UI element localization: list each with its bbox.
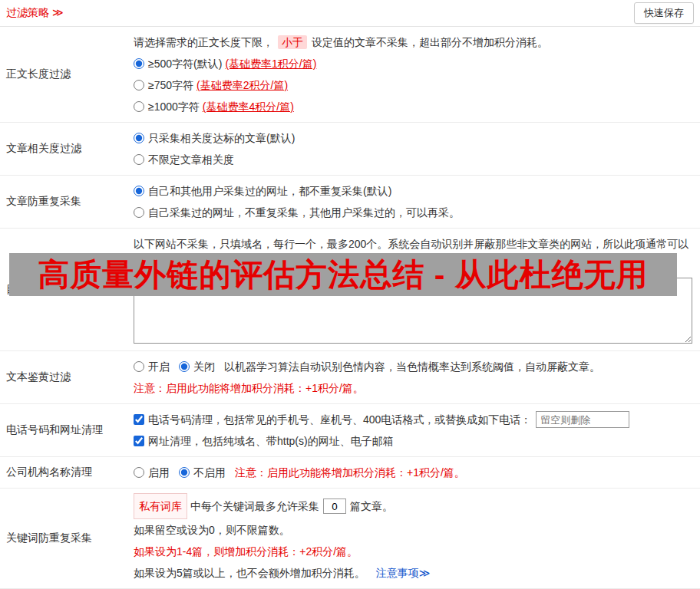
keyword-limit-text-end: 篇文章。: [350, 495, 393, 517]
row-keyword-dedup: 关键词防重复采集 私有词库 中每个关键词最多允许采集 篇文章。 如果留空或设为0…: [0, 489, 700, 589]
option-label: ≥1000字符: [148, 96, 200, 117]
relevance-any-radio[interactable]: [134, 154, 144, 165]
option-label: 不限定文章相关度: [148, 149, 234, 170]
phone-clean-checkbox[interactable]: [134, 414, 144, 425]
row-label-phone-clean: 电话号码和网址清理: [0, 404, 132, 456]
row-phone-url-clean: 电话号码和网址清理 电话号码清理，包括常见的手机号、座机号、400电话格式，或替…: [0, 404, 700, 457]
row-label-dedup: 文章防重复采集: [0, 176, 132, 228]
row-label-relevance: 文章相关度过滤: [0, 123, 132, 175]
keyword-count-input[interactable]: [323, 499, 346, 514]
option-label: 网址清理，包括纯域名、带http(s)的网址、电子邮箱: [148, 430, 394, 452]
company-clean-off-radio[interactable]: [179, 467, 190, 478]
fee-note: (基础费率2积分/篇): [196, 74, 288, 96]
company-clean-on-option[interactable]: 启用: [134, 462, 170, 483]
row-relevance-filter: 文章相关度过滤 只采集相关度达标的文章(默认) 不限定文章相关度: [0, 123, 700, 176]
porn-filter-description: 以机器学习算法自动识别色情内容，当色情概率达到系统阈值，自动屏蔽文章。: [224, 356, 600, 377]
company-clean-on-radio[interactable]: [134, 467, 144, 478]
option-label: 开启: [148, 356, 170, 377]
porn-on-option[interactable]: 开启: [134, 356, 170, 377]
row-label-body-length: 正文长度过滤: [0, 27, 132, 122]
quick-save-button[interactable]: 快速保存: [634, 2, 694, 24]
keyword-rule-zero: 如果留空或设为0，则不限篇数。: [134, 519, 694, 541]
phone-clean-option[interactable]: 电话号码清理，包括常见的手机号、座机号、400电话格式，或替换成如下电话：: [134, 409, 531, 430]
keyword-rule-five-text: 如果设为5篇或以上，也不会额外增加积分消耗。: [134, 567, 365, 579]
less-than-highlight: 小于: [278, 35, 307, 49]
topbar: 过滤策略 ≫ 快速保存: [0, 0, 700, 27]
keyword-rule-cost: 如果设为1-4篇，则增加积分消耗：+2积分/篇。: [134, 541, 694, 562]
row-label-porn-filter: 文本鉴黄过滤: [0, 351, 132, 403]
option-label: 自己采集过的网址，不重复采集，其他用户采集过的，可以再采。: [148, 202, 460, 223]
company-clean-cost-note: 注意：启用此功能将增加积分消耗：+1积分/篇。: [235, 462, 465, 483]
porn-filter-cost-note: 注意：启用此功能将增加积分消耗：+1积分/篇。: [134, 377, 694, 399]
length-1000-option[interactable]: ≥1000字符 (基础费率4积分/篇): [134, 96, 685, 117]
notes-link[interactable]: 注意事项≫: [376, 567, 431, 579]
replacement-phone-input[interactable]: [536, 411, 629, 428]
relevance-strict-option[interactable]: 只采集相关度达标的文章(默认): [134, 127, 685, 149]
option-label: 不启用: [193, 462, 226, 483]
page-title[interactable]: 过滤策略 ≫: [6, 6, 64, 20]
overlay-banner-text: 高质量外链的评估方法总结 - 从此杜绝无用: [38, 254, 648, 296]
row-label-keyword-dedup: 关键词防重复采集: [0, 489, 132, 588]
option-label: 电话号码清理，包括常见的手机号、座机号、400电话格式，或替换成如下电话：: [148, 409, 531, 430]
option-label: ≥750字符: [148, 74, 193, 96]
option-label: 启用: [148, 462, 170, 483]
private-lexicon-tag: 私有词库: [134, 493, 187, 519]
dedup-all-users-option[interactable]: 自己和其他用户采集过的网址，都不重复采集(默认): [134, 180, 685, 202]
keyword-limit-text: 中每个关键词最多允许采集: [190, 495, 319, 517]
option-label: 只采集相关度达标的文章(默认): [148, 127, 295, 149]
porn-off-radio[interactable]: [179, 361, 190, 372]
intro-text-pre: 请选择需求的正文长度下限，: [134, 36, 273, 48]
overlay-banner: 高质量外链的评估方法总结 - 从此杜绝无用: [9, 253, 677, 296]
option-label: 自己和其他用户采集过的网址，都不重复采集(默认): [148, 180, 391, 202]
porn-off-option[interactable]: 关闭: [179, 356, 215, 377]
relevance-any-option[interactable]: 不限定文章相关度: [134, 149, 685, 170]
row-company-name-clean: 公司机构名称清理 启用 不启用 注意：启用此功能将增加积分消耗：+1积分/篇。: [0, 457, 700, 489]
length-750-option[interactable]: ≥750字符 (基础费率2积分/篇): [134, 74, 685, 96]
length-1000-radio[interactable]: [134, 101, 144, 112]
fee-note: (基础费率4积分/篇): [203, 96, 294, 117]
option-label: ≥500字符(默认): [148, 53, 222, 74]
url-clean-checkbox[interactable]: [134, 436, 144, 446]
dedup-self-only-option[interactable]: 自己采集过的网址，不重复采集，其他用户采集过的，可以再采。: [134, 202, 685, 223]
relevance-strict-radio[interactable]: [134, 133, 144, 143]
length-500-radio[interactable]: [134, 58, 144, 69]
porn-on-radio[interactable]: [134, 361, 144, 372]
row-dedup-collection: 文章防重复采集 自己和其他用户采集过的网址，都不重复采集(默认) 自己采集过的网…: [0, 176, 700, 229]
intro-text-post: 设定值的文章不采集，超出部分不增加积分消耗。: [312, 36, 548, 48]
option-label: 关闭: [193, 356, 215, 377]
fee-note: (基础费率1积分/篇): [225, 53, 316, 74]
keyword-rule-five: 如果设为5篇或以上，也不会额外增加积分消耗。 注意事项≫: [134, 562, 694, 584]
row-porn-filter: 文本鉴黄过滤 开启 关闭 以机器学习算法自动识别色情内容，当色情概率达到系统阈值…: [0, 351, 700, 404]
length-500-option[interactable]: ≥500字符(默认) (基础费率1积分/篇): [134, 53, 685, 74]
row-label-company-clean: 公司机构名称清理: [0, 457, 132, 488]
company-clean-off-option[interactable]: 不启用: [179, 462, 226, 483]
url-clean-option[interactable]: 网址清理，包括纯域名、带http(s)的网址、电子邮箱: [134, 430, 685, 452]
row-body-length-filter: 正文长度过滤 请选择需求的正文长度下限，小于设定值的文章不采集，超出部分不增加积…: [0, 27, 700, 123]
length-750-radio[interactable]: [134, 80, 144, 90]
body-length-intro: 请选择需求的正文长度下限，小于设定值的文章不采集，超出部分不增加积分消耗。: [134, 31, 694, 53]
dedup-all-users-radio[interactable]: [134, 186, 144, 196]
dedup-self-only-radio[interactable]: [134, 207, 144, 218]
